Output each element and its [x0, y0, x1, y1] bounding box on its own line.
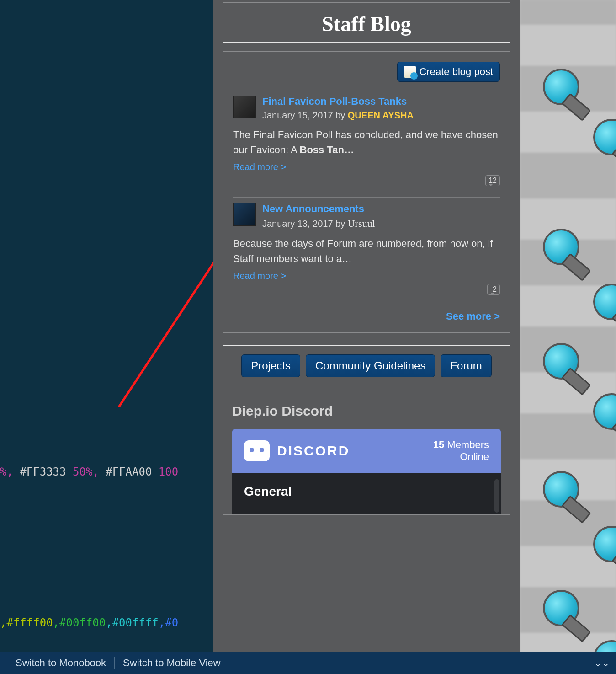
blog-post: New Announcements January 13, 2017 by Ur… — [233, 197, 500, 301]
projects-button[interactable]: Projects — [241, 354, 300, 377]
staff-blog-title: Staff Blog — [223, 12, 510, 36]
see-more-link[interactable]: See more > — [446, 310, 500, 322]
avatar[interactable] — [233, 203, 256, 226]
blog-post-author-link[interactable]: Ursuul — [348, 218, 375, 229]
comment-count-badge[interactable]: 2 — [487, 284, 500, 295]
discord-widget: DISCORD 15 Members Online General — [232, 429, 501, 514]
blog-post: Final Favicon Poll-Boss Tanks January 15… — [233, 90, 500, 193]
bottom-toolbar: Switch to Monobook Switch to Mobile View… — [0, 652, 616, 674]
read-more-link[interactable]: Read more > — [233, 162, 286, 172]
discord-channel-general[interactable]: General — [244, 484, 489, 499]
nav-button-row: Projects Community Guidelines Forum — [223, 354, 510, 377]
code-line-1: %, #FF3333 50%, #FFAA00 100 — [0, 465, 178, 478]
discord-member-count: 15 Members Online — [433, 439, 489, 463]
background-pattern — [520, 0, 616, 674]
blog-post-title-link[interactable]: Final Favicon Poll-Boss Tanks — [262, 96, 407, 107]
forum-button[interactable]: Forum — [441, 354, 491, 377]
discord-wordmark: DISCORD — [277, 443, 350, 459]
blog-post-meta: January 13, 2017 by Ursuul — [262, 218, 375, 230]
title-rule — [223, 42, 510, 43]
blog-post-title-link[interactable]: New Announcements — [262, 203, 364, 214]
staff-blog-box: + Create blog post Final Favicon Poll-Bo… — [223, 51, 510, 333]
blog-post-author-link[interactable]: QUEEN AYSHA — [348, 110, 414, 120]
switch-mobile-view-link[interactable]: Switch to Mobile View — [115, 657, 229, 669]
discord-scrollbar[interactable] — [494, 479, 499, 513]
top-divider — [223, 0, 510, 3]
comment-count-badge[interactable]: 12 — [485, 175, 500, 186]
discord-logo-icon — [244, 440, 270, 461]
discord-module: Diep.io Discord DISCORD 15 Members Onlin… — [223, 394, 510, 515]
read-more-link[interactable]: Read more > — [233, 271, 286, 281]
avatar[interactable] — [233, 96, 256, 118]
discord-module-heading: Diep.io Discord — [232, 403, 501, 419]
create-blog-post-button[interactable]: + Create blog post — [397, 62, 500, 82]
blog-post-excerpt: The Final Favicon Poll has concluded, an… — [233, 127, 500, 157]
section-rule — [223, 345, 510, 346]
sidebar-column: Staff Blog + Create blog post Final Favi… — [213, 0, 520, 674]
switch-monobook-link[interactable]: Switch to Monobook — [7, 657, 114, 669]
blog-post-excerpt: Because the days of Forum are numbered, … — [233, 236, 500, 266]
code-line-2: ,#ffff00,#00ff00,#00ffff,#0 — [0, 616, 178, 629]
community-guidelines-button[interactable]: Community Guidelines — [306, 354, 435, 377]
discord-header: DISCORD 15 Members Online — [232, 429, 501, 473]
chevron-down-icon[interactable]: ⌄⌄ — [594, 658, 610, 669]
create-post-icon: + — [404, 66, 416, 78]
create-blog-post-label: Create blog post — [420, 66, 493, 78]
blog-post-meta: January 15, 2017 by QUEEN AYSHA — [262, 110, 414, 121]
